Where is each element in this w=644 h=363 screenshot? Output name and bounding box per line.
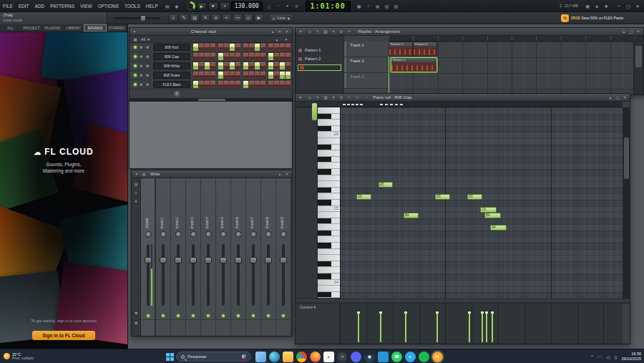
play-button[interactable]: ▶	[197, 2, 207, 10]
window-menu-icon[interactable]: ▾	[297, 95, 304, 101]
typing-keyboard-icon[interactable]: ▦	[583, 1, 592, 10]
step-cell[interactable]	[243, 62, 248, 69]
step-cell[interactable]	[249, 72, 254, 79]
menu-add[interactable]: ADD	[32, 0, 48, 12]
slice-tool-icon[interactable]: ✂	[346, 29, 353, 35]
mute-tool-icon[interactable]: ⊘	[338, 95, 345, 101]
strip-pan-knob[interactable]	[280, 231, 287, 238]
mixer-toggle-icon[interactable]: ▥	[383, 1, 391, 10]
strip-pan-knob[interactable]	[190, 231, 197, 238]
step-cell[interactable]	[260, 44, 265, 51]
step-cell[interactable]	[199, 62, 204, 69]
pattern-item[interactable]: Pattern 2	[296, 54, 343, 63]
mixer-strip-insert-4[interactable]: Insert 4	[201, 178, 216, 336]
mixer-strip-insert-5[interactable]: Insert 5	[216, 178, 231, 336]
pattern-selector-dial[interactable]	[186, 1, 195, 11]
control-lane-splitter[interactable]	[296, 299, 630, 304]
tempo-display[interactable]: 130.000	[231, 1, 263, 11]
mixer-view-icon[interactable]: ▤	[140, 171, 147, 178]
track-header-2[interactable]: Track 2	[344, 57, 389, 73]
slice-tool-icon[interactable]: ✂	[346, 95, 353, 101]
paint-tool-icon[interactable]: ▨	[190, 14, 200, 22]
strip-pan-knob[interactable]	[235, 231, 242, 238]
channel-button[interactable]: 808 Kick	[153, 44, 190, 51]
mixer-header[interactable]: ▾ ▤ Wide ▴ ✕	[132, 170, 292, 178]
strip-pan-knob[interactable]	[220, 231, 227, 238]
strip-mute-led[interactable]	[207, 314, 210, 317]
strip-mute-led[interactable]	[177, 314, 180, 317]
piano-note-d5[interactable]: D5	[356, 194, 371, 200]
step-cell[interactable]	[224, 53, 229, 60]
menu-tools[interactable]: TOOLS	[122, 0, 143, 12]
velocity-stem[interactable]	[436, 312, 438, 342]
piano-key-e6[interactable]	[318, 107, 340, 114]
velocity-stem[interactable]	[358, 312, 359, 342]
note-color-selector[interactable]	[312, 103, 317, 120]
browser-tab-sounds[interactable]: SOUNDS	[84, 24, 106, 32]
menu-options[interactable]: OPTIONS	[95, 0, 122, 12]
playlist-header[interactable]: ▾ ∪✎▨✕⊘✂ Playlist - Arrangement ▴ ▢ ✕	[296, 28, 643, 36]
mixer-link-icon[interactable]: ∪	[132, 189, 140, 195]
step-cell[interactable]	[286, 62, 291, 69]
close-icon[interactable]: ✕	[621, 95, 628, 101]
taskbar-clock[interactable]: 16:55 29/10/2025	[621, 352, 641, 362]
mixer-mode-label[interactable]: Wide	[150, 172, 160, 176]
menu-help[interactable]: HELP	[143, 0, 161, 12]
browser-tab-library[interactable]: LIBRARY	[63, 24, 84, 32]
step-cell[interactable]	[255, 81, 260, 88]
draw-tool-icon[interactable]: ✎	[314, 95, 321, 101]
record-button[interactable]: ●	[220, 2, 230, 10]
channel-button[interactable]: 808 Clap	[153, 53, 190, 60]
strip-mute-led[interactable]	[267, 314, 270, 317]
swap-down-icon[interactable]: ▾	[283, 36, 290, 42]
step-cell[interactable]	[205, 53, 210, 60]
piano-key-as4[interactable]	[318, 218, 340, 225]
select-tool-icon[interactable]: ▭	[353, 95, 361, 101]
detach-icon[interactable]: ▴	[607, 95, 614, 101]
detach-icon[interactable]: ▴	[620, 29, 628, 35]
piano-key-c6[interactable]: C6	[318, 132, 340, 138]
playlist-clip[interactable]: Pattern 1	[389, 42, 413, 57]
step-cell[interactable]	[230, 44, 235, 51]
channel-pan-knob[interactable]	[139, 73, 144, 78]
step-cell[interactable]	[193, 44, 198, 51]
velocity-stem[interactable]	[469, 312, 470, 342]
draw-tool-icon[interactable]: ✎	[179, 14, 189, 22]
draw-tool-icon[interactable]: ✎	[314, 29, 321, 35]
strip-mute-led[interactable]	[192, 314, 195, 317]
strip-pan-knob[interactable]	[145, 231, 152, 238]
step-cell[interactable]	[210, 81, 215, 88]
piano-key-fs5[interactable]	[318, 169, 340, 175]
piano-key-f4[interactable]	[318, 249, 340, 256]
whatsapp-icon[interactable]: ☎	[391, 352, 402, 362]
channel-pan-knob[interactable]	[139, 45, 144, 50]
detach-icon[interactable]: ▴	[276, 171, 283, 178]
piano-key-g5[interactable]	[318, 163, 340, 169]
channel-led[interactable]	[134, 55, 137, 58]
filter-icon[interactable]: ▦	[132, 36, 139, 42]
piano-key-cs4[interactable]	[318, 274, 340, 280]
close-icon[interactable]: ✕	[283, 29, 291, 35]
step-cell[interactable]	[286, 53, 291, 60]
piano-key-d5[interactable]	[318, 193, 340, 200]
piano-key-d6[interactable]	[318, 120, 340, 126]
browser-tab-starred[interactable]: STARRED	[107, 24, 127, 32]
strip-mute-led[interactable]	[252, 314, 255, 317]
step-cell[interactable]	[243, 44, 248, 51]
strip-mute-led[interactable]	[162, 314, 165, 317]
browser-tab-all[interactable]: ALL	[0, 24, 21, 32]
playlist-timeline-ruler[interactable]	[389, 36, 643, 42]
battery-icon[interactable]: ▯	[613, 352, 618, 361]
step-cell[interactable]	[274, 44, 279, 51]
playlist-clip[interactable]: Pattern 2	[413, 42, 437, 57]
step-cell[interactable]	[260, 53, 265, 60]
step-cell[interactable]	[274, 53, 279, 60]
playlist-toggle-icon[interactable]: ▦	[355, 1, 364, 10]
scroll-down-icon[interactable]: ▾	[276, 29, 283, 35]
step-cell[interactable]	[218, 72, 223, 79]
channel-volume-knob[interactable]	[145, 45, 150, 50]
browser-toggle-icon[interactable]: ▧	[392, 1, 401, 10]
obs-icon[interactable]: ◔	[337, 352, 348, 362]
mixer-strip-insert-9[interactable]: Insert 9	[276, 178, 291, 336]
step-cell[interactable]	[249, 62, 254, 69]
